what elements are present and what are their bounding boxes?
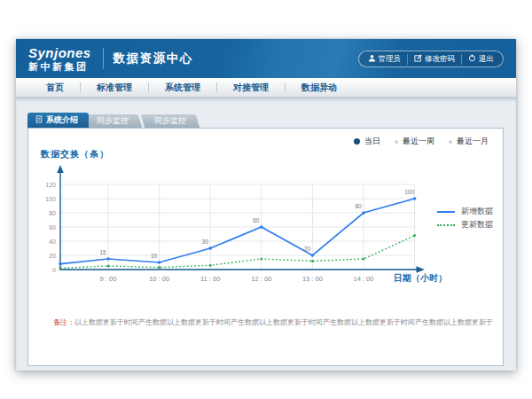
data-point: [59, 267, 62, 270]
header-divider: [103, 48, 104, 69]
nav-item-data-change[interactable]: 数据异动: [286, 82, 353, 94]
legend-line-solid: [437, 211, 455, 213]
svg-text:80: 80: [49, 210, 56, 216]
series-line: [60, 236, 415, 269]
logout-button[interactable]: 退出: [461, 54, 500, 65]
remark-label: 备注：: [53, 318, 74, 326]
svg-text:20: 20: [49, 253, 56, 259]
nav-item-home[interactable]: 首页: [30, 82, 80, 94]
logo-brand: Synjones: [28, 46, 91, 59]
data-point: [209, 264, 212, 267]
tab-sync-monitor-1[interactable]: 同步监控: [83, 114, 142, 128]
svg-text:100: 100: [45, 196, 56, 202]
svg-text:10 : 00: 10 : 00: [149, 275, 169, 283]
svg-text:13 : 00: 13 : 00: [302, 275, 323, 283]
change-password-button[interactable]: 修改密码: [407, 54, 461, 65]
main-nav: 首页 标准管理 系统管理 对接管理 数据异动: [16, 78, 516, 98]
svg-text:60: 60: [49, 224, 56, 231]
svg-text:12 : 00: 12 : 00: [251, 275, 271, 283]
data-point: [158, 261, 161, 264]
svg-text:14 : 00: 14 : 00: [354, 275, 374, 283]
point-label: 60: [253, 217, 260, 223]
legend-line-dotted: [437, 224, 455, 226]
user-menu-admin[interactable]: 管理员: [362, 54, 408, 65]
app-header: Synjones 新中新集团 数据资源中心 管理员 修改密码 退出: [16, 39, 516, 78]
data-point: [363, 258, 365, 261]
tab-label: 系统介绍: [46, 114, 78, 126]
point-label: 30: [202, 239, 209, 245]
tab-system-intro[interactable]: 系统介绍: [27, 113, 89, 128]
remark-note: 备注：以上数据更新于时间产生数据以上数据更新于时间产生数据以上数据更新于时间产生…: [53, 317, 499, 327]
user-menu: 管理员 修改密码 退出: [358, 51, 505, 67]
point-label: 80: [355, 203, 362, 209]
user-icon: [368, 54, 376, 64]
page-background: Synjones 新中新集团 数据资源中心 管理员 修改密码 退出: [0, 0, 532, 399]
data-point: [260, 258, 262, 261]
power-icon: [468, 54, 476, 64]
change-password-label: 修改密码: [425, 54, 455, 65]
nav-item-standard-mgmt[interactable]: 标准管理: [81, 82, 148, 94]
data-point: [107, 265, 110, 268]
logout-label: 退出: [479, 54, 494, 65]
data-point: [158, 266, 160, 269]
data-point: [260, 225, 263, 229]
tab-label: 同步监控: [97, 115, 129, 127]
remark-text: 以上数据更新于时间产生数据以上数据更新于时间产生数据以上数据更新于时间产生数据以…: [74, 318, 493, 326]
data-point: [208, 246, 212, 250]
line-chart: 0204060801001209 : 0010 : 0011 : 0012 : …: [28, 129, 503, 365]
data-point: [311, 254, 315, 257]
point-label: 100: [404, 189, 414, 195]
document-icon: [35, 115, 43, 125]
legend-label: 更新数据: [461, 219, 493, 231]
nav-item-connect-mgmt[interactable]: 对接管理: [217, 82, 285, 94]
tab-sync-monitor-2[interactable]: 同步监控: [141, 114, 200, 128]
data-point: [59, 262, 62, 266]
point-label: 15: [99, 249, 106, 255]
logo: Synjones 新中新集团: [28, 46, 91, 72]
svg-text:40: 40: [49, 239, 56, 245]
logo-company: 新中新集团: [28, 62, 91, 72]
nav-item-system-mgmt[interactable]: 系统管理: [149, 82, 216, 94]
data-point: [362, 211, 365, 215]
x-axis-title: 日期（小时）: [394, 272, 447, 285]
legend-item-updated-data: 更新数据: [437, 218, 493, 231]
chart-panel: 当日 最近一周 最近一月 数据交换（条） 0204060801001209 : …: [27, 128, 504, 366]
tab-bar: 系统介绍 同步监控 同步监控: [27, 113, 198, 128]
legend-item-new-data: 新增数据: [437, 205, 493, 218]
chart-legend: 新增数据 更新数据: [437, 205, 493, 231]
point-label: 10: [151, 253, 158, 259]
series-line: [60, 199, 415, 264]
svg-text:9 : 00: 9 : 00: [100, 275, 117, 283]
tab-label: 同步监控: [154, 115, 186, 127]
data-point: [413, 197, 417, 200]
data-point: [413, 234, 416, 237]
app-title: 数据资源中心: [113, 51, 193, 66]
edit-icon: [414, 54, 422, 64]
svg-text:11 : 00: 11 : 00: [200, 275, 220, 283]
content-area: 系统介绍 同步监控 同步监控 当日 最近一周: [16, 98, 516, 370]
point-label: 20: [304, 246, 311, 252]
app-window: Synjones 新中新集团 数据资源中心 管理员 修改密码 退出: [16, 39, 516, 371]
user-menu-label: 管理员: [379, 54, 402, 65]
svg-text:0: 0: [52, 267, 56, 273]
data-point: [311, 260, 314, 262]
svg-text:120: 120: [45, 182, 56, 188]
data-point: [106, 257, 110, 261]
legend-label: 新增数据: [461, 206, 493, 217]
